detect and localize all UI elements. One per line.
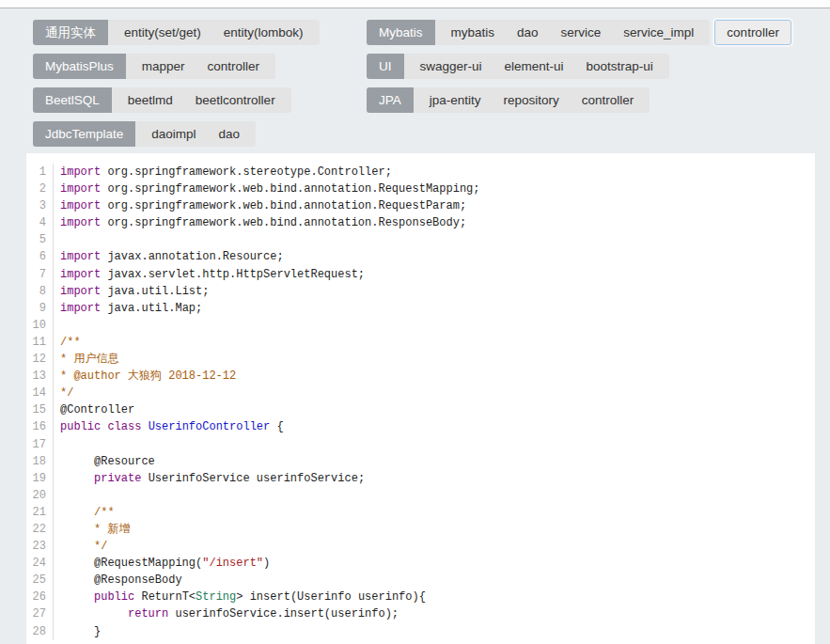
code-token: String <box>196 590 236 604</box>
code-line: 15@Controller <box>26 401 815 418</box>
template-button-repository[interactable]: repository <box>493 88 571 112</box>
code-line: 26 public ReturnT<String> insert(Userinf… <box>26 589 815 605</box>
code-token: import <box>60 182 101 196</box>
code-token: UserinfoService userinfoService; <box>141 472 365 485</box>
code-line: 28 } <box>26 623 815 640</box>
code-line: 3import org.springframework.web.bind.ann… <box>26 197 815 214</box>
code-line: 20 <box>26 487 815 504</box>
group-body: mybatisdaoserviceservice_impl <box>435 20 711 45</box>
template-button-service_impl[interactable]: service_impl <box>612 21 705 44</box>
template-group-ui: UIswagger-uielement-uibootstrap-ui <box>367 54 669 79</box>
template-button-bootstrap-ui[interactable]: bootstrap-ui <box>575 55 665 78</box>
line-number: 4 <box>26 214 54 231</box>
line-content: import java.util.Map; <box>54 300 202 317</box>
template-button-controller[interactable]: controller <box>571 88 646 112</box>
top-strip <box>0 0 830 8</box>
code-line: 6import javax.annotation.Resource; <box>26 248 815 265</box>
template-button-service[interactable]: service <box>550 21 613 44</box>
code-token: public <box>94 590 134 604</box>
line-number: 16 <box>26 418 54 435</box>
code-token: @ResponseBody <box>60 573 182 587</box>
code-token: org.springframework.web.bind.annotation.… <box>101 199 466 212</box>
line-content <box>54 487 60 504</box>
line-number: 14 <box>26 385 54 401</box>
line-content: public ReturnT<String> insert(Userinfo u… <box>54 589 426 605</box>
line-number: 28 <box>26 623 54 640</box>
template-button-daoimpl[interactable]: daoimpl <box>140 122 207 146</box>
line-content <box>54 231 60 248</box>
code-token: public class <box>60 420 149 433</box>
template-button-dao[interactable]: dao <box>506 21 550 44</box>
line-content: * 用户信息 <box>54 351 118 368</box>
code-token: UserinfoController <box>149 420 271 433</box>
line-content: import javax.servlet.http.HttpServletReq… <box>54 266 365 283</box>
line-content: return userinfoService.insert(userinfo); <box>54 605 399 622</box>
line-number: 15 <box>26 401 54 418</box>
template-button-controller[interactable]: controller <box>714 20 791 45</box>
code-token: java.util.List; <box>101 285 209 298</box>
line-number: 2 <box>26 181 54 197</box>
template-button-entity-lombok-[interactable]: entity(lombok) <box>212 21 315 44</box>
line-content: import org.springframework.web.bind.anno… <box>54 214 466 231</box>
code-token: @RequestMapping( <box>60 557 202 570</box>
group-body: jpa-entityrepositorycontroller <box>414 87 650 113</box>
code-line: 22 * 新增 <box>26 521 815 538</box>
template-button-entity-set-get-[interactable]: entity(set/get) <box>113 21 212 44</box>
template-button-jpa-entity[interactable]: jpa-entity <box>418 88 493 112</box>
line-number: 6 <box>26 248 54 265</box>
template-button-beetlmd[interactable]: beetlmd <box>117 88 184 112</box>
line-number: 9 <box>26 300 54 317</box>
code-line: 27 return userinfoService.insert(userinf… <box>26 605 815 622</box>
code-token: */ <box>60 386 73 400</box>
code-token: org.springframework.stereotype.Controlle… <box>101 165 392 179</box>
line-number: 11 <box>26 334 54 351</box>
template-button-element-ui[interactable]: element-ui <box>493 55 575 78</box>
generated-code-panel[interactable]: 1import org.springframework.stereotype.C… <box>26 153 815 644</box>
group-body: mappercontroller <box>126 54 275 79</box>
group-label: 通用实体 <box>33 20 108 45</box>
code-token <box>60 472 94 485</box>
line-content: } <box>54 623 101 640</box>
template-button-mapper[interactable]: mapper <box>131 55 196 78</box>
line-number: 13 <box>26 368 54 385</box>
code-token: private <box>94 472 141 485</box>
template-button-controller[interactable]: controller <box>196 55 272 78</box>
code-token: import <box>60 216 101 229</box>
code-line: 13* @author 大狼狗 2018-12-12 <box>26 368 815 385</box>
code-line: 21 /** <box>26 504 815 521</box>
code-token: /** <box>60 506 115 519</box>
line-content: import javax.annotation.Resource; <box>54 248 284 265</box>
template-group-mybatis: Mybatismybatisdaoserviceservice_implcont… <box>367 20 791 45</box>
template-toolbar: 通用实体entity(set/get)entity(lombok)Mybatis… <box>0 8 830 147</box>
line-content <box>54 317 60 334</box>
template-button-swagger-ui[interactable]: swagger-ui <box>409 55 493 78</box>
line-number: 7 <box>26 266 54 283</box>
code-line: 11/** <box>26 334 815 351</box>
line-content: public class UserinfoController { <box>54 418 284 435</box>
code-line: 5 <box>26 231 815 248</box>
line-content: * @author 大狼狗 2018-12-12 <box>54 368 236 385</box>
line-content: */ <box>54 385 73 401</box>
code-token: ) <box>263 557 270 570</box>
template-button-beetlcontroller[interactable]: beetlcontroller <box>184 88 287 112</box>
code-token: import <box>60 250 101 263</box>
line-content: import java.util.List; <box>54 283 209 300</box>
code-line: 19 private UserinfoService userinfoServi… <box>26 470 815 487</box>
code-token: import <box>60 285 101 298</box>
line-number: 12 <box>26 351 54 368</box>
line-content: /** <box>54 504 115 521</box>
group-label: Mybatis <box>367 20 435 45</box>
template-group-beetlsql: BeetlSQLbeetlmdbeetlcontroller <box>33 87 291 113</box>
code-line: 2import org.springframework.web.bind.ann… <box>26 181 815 197</box>
code-token: } <box>60 625 101 638</box>
code-line: 17 <box>26 436 815 453</box>
line-number: 23 <box>26 538 54 555</box>
line-number: 5 <box>26 231 54 248</box>
template-button-dao[interactable]: dao <box>208 122 252 146</box>
line-content: private UserinfoService userinfoService; <box>54 470 365 487</box>
code-token: @Controller <box>60 403 134 416</box>
line-number: 18 <box>26 453 54 470</box>
code-token: @Resource <box>60 455 155 468</box>
code-line: 24 @RequestMapping("/insert") <box>26 555 815 572</box>
template-button-mybatis[interactable]: mybatis <box>440 21 507 44</box>
